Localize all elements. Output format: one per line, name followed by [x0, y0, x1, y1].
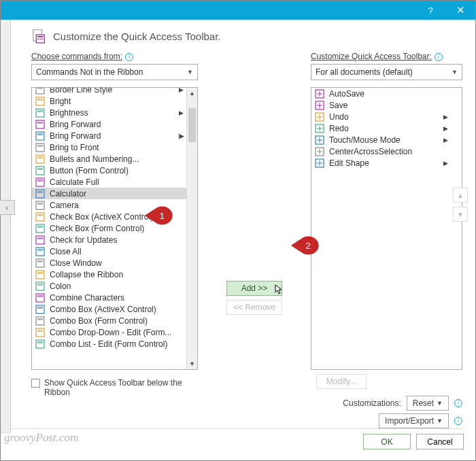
info-icon[interactable]: i	[435, 53, 443, 61]
scroll-thumb[interactable]	[188, 108, 196, 142]
remove-button: << Remove	[226, 300, 282, 315]
cancel-button[interactable]: Cancel	[416, 434, 464, 449]
svg-rect-3	[37, 39, 39, 40]
qat-listbox[interactable]: AutoSaveSaveUndo▶Redo▶Touch/Mouse Mode▶C…	[311, 87, 462, 370]
scroll-up-icon[interactable]: ▲	[187, 88, 197, 99]
command-icon	[35, 258, 46, 269]
list-item[interactable]: Bullets and Numbering...	[32, 153, 186, 165]
list-item-label: Border Line Style	[50, 88, 174, 95]
list-item[interactable]: Bring Forward	[32, 118, 186, 130]
combo-value: Commands Not in the Ribbon	[36, 67, 143, 77]
list-item[interactable]: Undo▶	[311, 111, 451, 122]
commands-listbox[interactable]: Border Line Style▶BrightBrightness▶Bring…	[31, 87, 198, 370]
svg-rect-12	[36, 120, 44, 129]
list-item[interactable]: Close All	[32, 245, 186, 257]
list-item-label: Brightness	[50, 108, 174, 118]
show-qat-below-checkbox[interactable]: Show Quick Access Toolbar below the Ribb…	[31, 378, 194, 397]
list-item-label: Combo Box (ActiveX Control)	[50, 305, 174, 314]
customize-qat-combo[interactable]: For all documents (default) ▼	[311, 64, 462, 80]
svg-text:2: 2	[306, 241, 311, 251]
scrollbar[interactable]: ▲ ▼	[186, 88, 197, 369]
list-item[interactable]: Check for Updates	[32, 234, 186, 245]
command-icon	[35, 107, 46, 118]
titlebar: ? ✕	[1, 1, 475, 20]
list-item[interactable]: Calculate Full	[32, 176, 186, 188]
ok-button[interactable]: OK	[363, 434, 411, 449]
svg-rect-43	[37, 295, 43, 297]
list-item-label: CenterAcrossSelection	[329, 147, 439, 156]
svg-rect-38	[36, 271, 44, 279]
list-item[interactable]: Close Window	[32, 257, 186, 269]
list-item[interactable]: Touch/Mouse Mode▶	[311, 134, 451, 146]
svg-rect-44	[36, 305, 44, 313]
pager-left-icon[interactable]: ‹	[0, 200, 15, 215]
svg-rect-28	[36, 213, 44, 221]
list-item[interactable]: Brightness▶	[32, 107, 186, 118]
show-qat-label: Show Quick Access Toolbar below the Ribb…	[44, 378, 194, 397]
list-item[interactable]: Combo Box (Form Control)	[32, 315, 186, 326]
svg-rect-51	[37, 341, 43, 343]
svg-rect-19	[37, 156, 43, 158]
list-item-label: Calculate Full	[50, 177, 174, 187]
page-title: Customize the Quick Access Toolbar.	[31, 29, 462, 44]
info-icon[interactable]: i	[454, 417, 462, 425]
list-item-label: Combo Drop-Down - Edit (Form...	[50, 328, 174, 337]
list-item[interactable]: Bright	[32, 95, 186, 107]
command-icon	[35, 88, 46, 95]
svg-rect-46	[36, 317, 44, 325]
list-item[interactable]: Combo List - Edit (Form Control)	[32, 338, 186, 349]
list-item[interactable]: CenterAcrossSelection	[311, 146, 451, 157]
submenu-icon: ▶	[178, 88, 184, 93]
submenu-icon: |▶	[178, 133, 184, 139]
close-button[interactable]: ✕	[445, 1, 475, 20]
command-icon	[35, 200, 46, 211]
list-item[interactable]: Calculator	[32, 188, 186, 199]
help-button[interactable]: ?	[415, 1, 445, 20]
list-item-label: Undo	[329, 112, 439, 122]
choose-commands-combo[interactable]: Commands Not in the Ribbon ▼	[31, 64, 198, 80]
info-icon[interactable]: i	[125, 53, 133, 61]
list-item-label: AutoSave	[329, 89, 439, 99]
list-item-label: Calculator	[50, 189, 174, 199]
list-item[interactable]: Edit Shape▶	[311, 157, 451, 169]
list-item-label: Combo Box (Form Control)	[50, 316, 174, 326]
list-item[interactable]: Combine Characters	[32, 292, 186, 303]
svg-rect-48	[36, 328, 44, 337]
svg-rect-15	[37, 133, 43, 135]
list-item[interactable]: Combo Drop-Down - Edit (Form...	[32, 326, 186, 338]
list-item[interactable]: Bring Forward|▶	[32, 130, 186, 141]
command-icon	[35, 223, 46, 234]
list-item-label: Collapse the Ribbon	[50, 270, 174, 279]
svg-rect-42	[36, 294, 44, 302]
svg-rect-37	[37, 260, 43, 262]
list-item-label: Bring to Front	[50, 143, 174, 152]
command-icon	[35, 246, 46, 257]
command-icon	[35, 327, 46, 338]
list-item[interactable]: Bring to Front	[32, 141, 186, 153]
move-up-button[interactable]: ▲	[453, 188, 468, 203]
list-item[interactable]: AutoSave	[311, 88, 451, 99]
list-item[interactable]: Combo Box (ActiveX Control)	[32, 303, 186, 315]
list-item[interactable]: Redo▶	[311, 122, 451, 134]
svg-rect-9	[37, 99, 43, 101]
list-item-label: Touch/Mouse Mode	[329, 135, 439, 145]
scroll-down-icon[interactable]: ▼	[187, 358, 197, 369]
svg-rect-40	[36, 282, 44, 290]
command-icon	[35, 281, 46, 292]
move-down-button[interactable]: ▼	[453, 207, 468, 222]
svg-rect-32	[36, 236, 44, 244]
page-title-text: Customize the Quick Access Toolbar.	[53, 31, 221, 42]
import-export-button[interactable]: Import/Export▼	[379, 413, 449, 428]
list-item[interactable]: Button (Form Control)	[32, 165, 186, 176]
list-item-label: Edit Shape	[329, 158, 439, 168]
list-item[interactable]: Save	[311, 99, 451, 111]
info-icon[interactable]: i	[454, 399, 462, 407]
list-item[interactable]: Colon	[32, 280, 186, 292]
list-item[interactable]: Border Line Style▶	[32, 88, 186, 95]
svg-rect-26	[36, 201, 44, 209]
list-item[interactable]: Collapse the Ribbon	[32, 269, 186, 280]
add-button-label: Add >>	[241, 284, 268, 293]
add-button[interactable]: Add >>	[226, 281, 282, 296]
reset-button[interactable]: Reset▼	[407, 396, 449, 411]
svg-rect-24	[36, 190, 44, 198]
